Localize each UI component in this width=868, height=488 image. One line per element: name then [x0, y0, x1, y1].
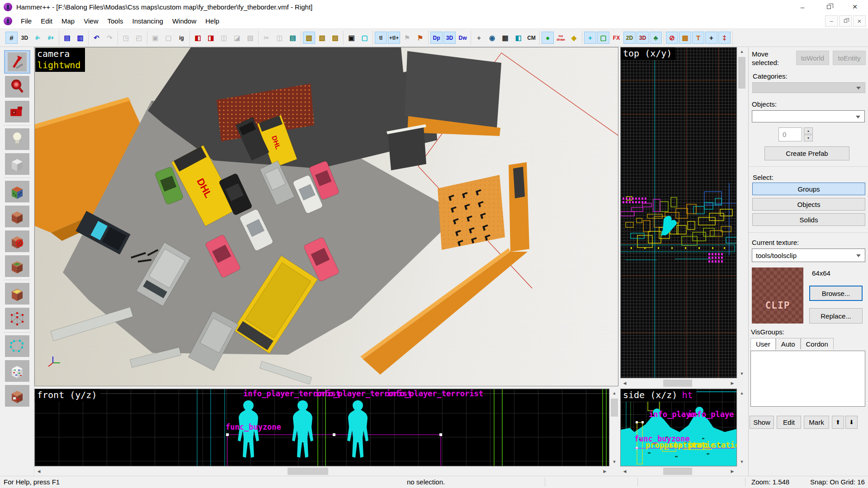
visgroups-tab-user[interactable]: User [750, 338, 776, 350]
toolbar-toggle-cordon-button[interactable]: ▧ [303, 32, 315, 44]
viewport-side[interactable]: side (x/z)ht info_playeinfo_playeprop_st… [620, 389, 737, 466]
toolbar-grid-3d-button[interactable]: 3D [19, 32, 31, 44]
front-view-vscroll[interactable]: ▲ ▼ [609, 389, 618, 466]
toolbar-hide-unselected-button[interactable]: ◨ [205, 32, 217, 44]
tool-sprinkle[interactable] [4, 359, 30, 383]
toolbar-entity-helpers-button[interactable]: + [473, 32, 485, 44]
tool-magnify[interactable] [4, 75, 30, 99]
scroll-left-button[interactable]: ◀ [620, 467, 629, 476]
toolbar-group-button[interactable]: ▣ [149, 32, 161, 44]
toolbar-flag-off-button[interactable]: ⚑ [401, 32, 413, 44]
toolbar-sync-views-button[interactable]: ▢ [597, 32, 609, 44]
scroll-down-button[interactable]: ▼ [737, 457, 746, 466]
top-view-hscroll[interactable]: ◀ ▶ [620, 378, 737, 387]
tool-camera[interactable] [4, 100, 30, 123]
toolbar-paste-button[interactable]: ▤ [287, 32, 299, 44]
toolbar-axis-align-button[interactable]: ‡ [718, 32, 731, 44]
menu-file[interactable]: File [16, 15, 36, 27]
tool-displacement-paint[interactable] [4, 384, 30, 408]
front-view-hscroll[interactable]: ◀ ▶ [34, 466, 609, 475]
select-mode-groups-button[interactable]: Groups [752, 183, 865, 195]
toolbar-hide-selected-button[interactable]: ◧ [192, 32, 204, 44]
viewport-3d-camera[interactable]: DHL DHL [34, 47, 618, 386]
toolbar-ungroup-button[interactable]: ▢ [162, 32, 175, 44]
toolbar-entity-gallery-button[interactable]: ◉ [486, 32, 498, 44]
tool-selection[interactable] [4, 50, 30, 74]
tool-block[interactable] [4, 152, 30, 176]
visgroup-mark-button[interactable]: Mark [804, 416, 829, 429]
toolbar-texture-scale-lock-button[interactable]: +tl+ [388, 32, 400, 44]
top-view-vscroll[interactable]: ▲ ▼ [737, 47, 746, 378]
menu-view[interactable]: View [79, 15, 103, 27]
menu-window[interactable]: Window [168, 15, 201, 27]
visgroups-tab-auto[interactable]: Auto [776, 338, 801, 349]
toolbar-quick-hide-button[interactable]: ◪ [231, 32, 243, 44]
toolbar-paint-bucket-button[interactable]: ◆ [568, 32, 580, 44]
create-prefab-button[interactable]: Create Prefab [764, 146, 849, 160]
toolbar-texture-t-button[interactable]: T [692, 32, 704, 44]
to-world-button[interactable]: toWorld [796, 51, 829, 65]
scroll-down-button[interactable]: ▼ [737, 369, 746, 378]
toolbar-copy-button[interactable]: ◫ [274, 32, 286, 44]
toolbar-detail-props-button[interactable]: ♣ [650, 32, 662, 44]
spin-down-button[interactable]: ▼ [804, 135, 813, 141]
toolbar-smoothing-groups-button[interactable]: ● [542, 32, 554, 44]
toolbar-cut-button[interactable]: ✂ [260, 32, 273, 44]
objects-select[interactable] [752, 110, 865, 122]
tool-apply-current-texture[interactable] [4, 205, 30, 228]
menu-tools[interactable]: Tools [103, 15, 127, 27]
side-view-vscroll[interactable]: ▲ ▼ [737, 389, 746, 466]
tool-texture-application[interactable] [4, 180, 30, 203]
scroll-up-button[interactable]: ▲ [610, 389, 619, 398]
toolbar-face-edit-sheet-button[interactable]: ▦ [499, 32, 511, 44]
tool-apply-overlays[interactable] [4, 254, 30, 278]
toolbar-cm-mode-button[interactable]: CM [525, 32, 538, 44]
viewport-front[interactable]: front (y/z) info_player_terroristinfo_pl… [34, 389, 609, 466]
mdi-minimize-button[interactable]: – [825, 15, 838, 27]
mdi-close-button[interactable]: × [853, 15, 866, 27]
toolbar-no-draw-button[interactable]: no draw [555, 32, 567, 44]
menu-edit[interactable]: Edit [36, 15, 57, 27]
scroll-down-button[interactable]: ▼ [610, 457, 619, 466]
visgroup-move-down-button[interactable]: ⬇ [845, 416, 858, 429]
scroll-right-button[interactable]: ▶ [728, 467, 737, 476]
toolbar-show-hidden-button[interactable]: ◫ [218, 32, 230, 44]
scroll-up-button[interactable]: ▲ [737, 389, 746, 398]
select-mode-solids-button[interactable]: Solids [752, 213, 865, 226]
browse-button[interactable]: Browse... [809, 286, 863, 301]
toolbar-flag-on-button[interactable]: ⚑ [414, 32, 426, 44]
visgroups-list[interactable] [750, 351, 865, 407]
replace-button[interactable]: Replace... [809, 308, 863, 324]
toolbar-models-3d-button[interactable]: 3D [637, 32, 649, 44]
toolbar-load-window-state-button[interactable]: ▤ [61, 32, 73, 44]
toolbar-plumb-bob-button[interactable]: + [705, 32, 717, 44]
menu-map[interactable]: Map [57, 15, 79, 27]
toolbar-select-marquee-button[interactable]: ▢ [359, 32, 371, 44]
tool-apply-decals[interactable] [4, 230, 30, 253]
toolbar-displacement-walkable-button[interactable]: Dw [457, 32, 469, 44]
tool-vertex-manipulation[interactable] [4, 307, 30, 330]
toolbar-undo-button[interactable]: ↶ [90, 32, 103, 44]
toolbar-edit-cordon-button[interactable]: ▧ [316, 32, 328, 44]
toolbar-screen-view-button[interactable]: ◧ [512, 32, 524, 44]
minimize-button[interactable]: – [789, 0, 816, 14]
toolbar-models-2d-button[interactable]: 2D [623, 32, 636, 44]
prefab-count-input[interactable]: 0 [778, 127, 802, 141]
toolbar-radius-culling-button[interactable]: ⊘ [666, 32, 678, 44]
toolbar-center-views-on-selection-button[interactable]: + [584, 32, 596, 44]
scroll-up-button[interactable]: ▲ [737, 47, 746, 56]
current-texture-select[interactable]: tools/toolsclip [752, 249, 865, 262]
visgroup-move-up-button[interactable]: ⬆ [832, 416, 844, 429]
tool-entity[interactable] [4, 127, 30, 151]
mdi-restore-button[interactable] [839, 15, 852, 27]
toolbar-snap-to-grid-button[interactable]: # [5, 32, 18, 44]
toolbar-quick-hide-unselected-button[interactable]: ▨ [244, 32, 256, 44]
tool-path[interactable] [4, 334, 30, 358]
restore-button[interactable] [816, 0, 842, 14]
toolbar-lighting-preview-button[interactable]: ▩ [679, 32, 691, 44]
visgroup-show-button[interactable]: Show [750, 416, 774, 429]
close-button[interactable]: × [842, 0, 868, 14]
menu-instancing[interactable]: Instancing [128, 15, 168, 27]
viewport-top[interactable]: top (x/y) [620, 47, 737, 378]
categories-select[interactable] [752, 82, 865, 93]
